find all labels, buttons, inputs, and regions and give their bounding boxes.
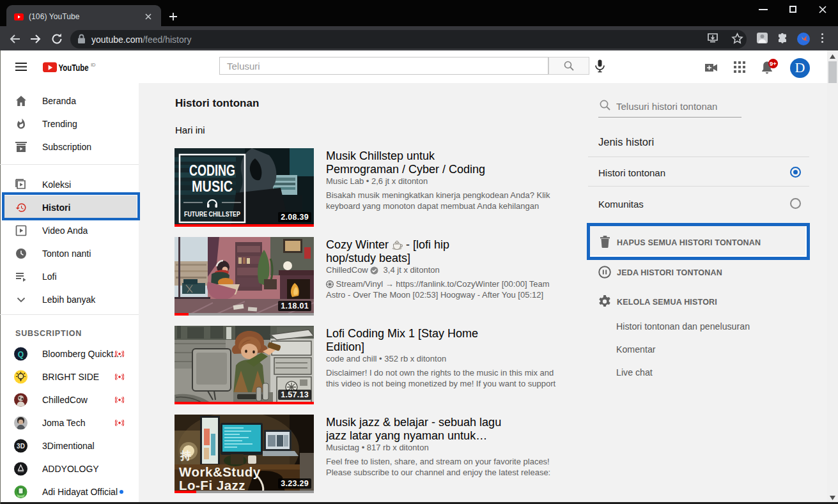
svg-text:Q: Q — [18, 350, 24, 359]
svg-text:MUSIC: MUSIC — [192, 178, 233, 195]
svg-text:3D: 3D — [17, 443, 25, 450]
svg-text:持: 持 — [180, 450, 191, 462]
svg-text:Work&Study: Work&Study — [179, 464, 261, 479]
svg-text:ID: ID — [91, 62, 96, 68]
svg-text:CODING: CODING — [189, 162, 235, 179]
svg-text:YouTube: YouTube — [59, 62, 89, 73]
svg-text:FUTURE CHILLSTEP: FUTURE CHILLSTEP — [184, 210, 240, 218]
